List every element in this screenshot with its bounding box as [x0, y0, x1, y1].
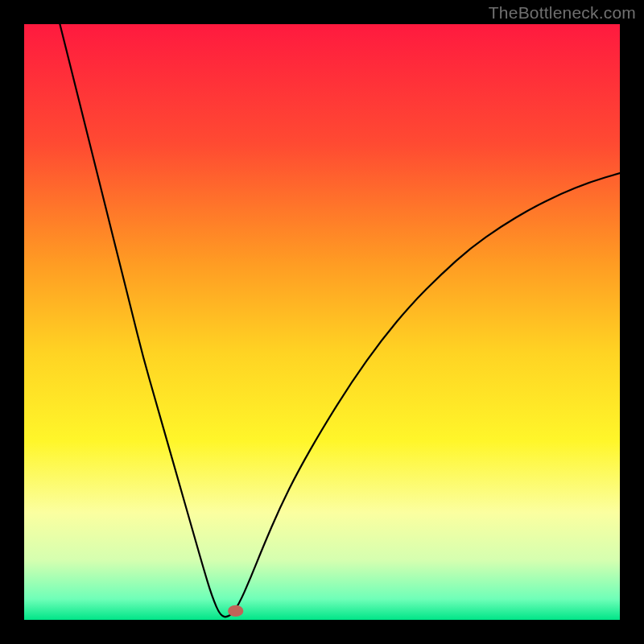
chart-background [24, 24, 620, 620]
chart-frame: TheBottleneck.com [0, 0, 644, 644]
plot-svg [24, 24, 620, 620]
plot-area [24, 24, 620, 620]
watermark-text: TheBottleneck.com [489, 3, 636, 23]
minimum-marker [228, 605, 243, 617]
